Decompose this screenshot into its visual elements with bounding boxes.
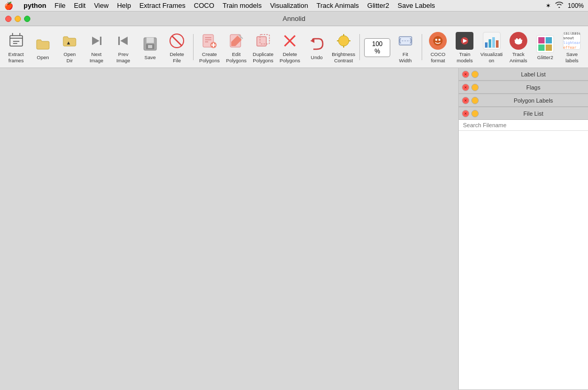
delete-file-button[interactable]: DeleteFile — [164, 29, 190, 65]
toolbar-separator-3 — [422, 34, 422, 60]
prev-image-button[interactable]: PrevImage — [110, 29, 136, 65]
file-list-close[interactable]: × — [462, 110, 469, 117]
delete-file-icon — [167, 31, 186, 50]
label-list-section: × Label List — [459, 68, 588, 81]
polygon-labels-close[interactable]: × — [462, 97, 469, 104]
open-label: Open — [37, 54, 49, 60]
extract-frames-button[interactable]: Extractframes — [3, 29, 29, 65]
save-labels-button[interactable]: tailbase snout lightear effear Savelabel… — [559, 29, 585, 65]
glitter2-label: Glitter2 — [537, 54, 553, 60]
menu-coco[interactable]: COCO — [194, 2, 214, 9]
flags-min[interactable] — [471, 84, 479, 91]
menu-glitter2[interactable]: Glitter2 — [367, 2, 389, 9]
label-list-header: × Label List — [459, 68, 588, 81]
svg-point-39 — [438, 39, 440, 41]
search-filename-input[interactable] — [459, 120, 588, 131]
visualization-label: Visualization — [480, 51, 503, 63]
create-polygons-button[interactable]: CreatePolygons — [197, 29, 222, 65]
delete-polygons-label: DeletePolygons — [280, 51, 300, 63]
edit-polygons-button[interactable]: EditPolygons — [223, 29, 249, 65]
open-button[interactable]: Open — [30, 29, 55, 65]
flags-section: × Flags — [459, 81, 588, 94]
menu-python[interactable]: python — [24, 2, 46, 9]
label-list-close[interactable]: × — [462, 71, 469, 78]
train-models-label: Trainmodels — [457, 51, 473, 63]
svg-rect-53 — [538, 44, 545, 51]
menu-visualization[interactable]: Visualization — [270, 2, 308, 9]
svg-rect-44 — [492, 37, 495, 48]
save-button[interactable]: Save — [137, 29, 163, 65]
menu-extract-frames[interactable]: Extract Frames — [139, 2, 185, 9]
visualization-icon — [482, 31, 501, 50]
menu-track-animals[interactable]: Track Animals — [316, 2, 359, 9]
file-list-title: File List — [482, 110, 585, 117]
track-animals-icon — [509, 31, 528, 50]
file-list-min[interactable] — [471, 110, 479, 117]
svg-rect-43 — [489, 39, 491, 48]
minimize-button[interactable] — [15, 16, 21, 22]
track-animals-button[interactable]: TrackAnimals — [505, 29, 531, 65]
polygon-labels-section: × Polygon Labels — [459, 94, 588, 107]
save-labels-icon: tailbase snout lightear effear — [562, 31, 581, 50]
edit-polygons-label: EditPolygons — [226, 51, 246, 63]
svg-marker-9 — [120, 37, 128, 45]
polygon-labels-header: × Polygon Labels — [459, 94, 588, 107]
svg-rect-0 — [10, 36, 22, 46]
next-image-button[interactable]: NextImage — [84, 29, 109, 65]
flags-title: Flags — [482, 84, 585, 91]
file-list-section: × File List — [459, 107, 588, 390]
undo-button[interactable]: Undo — [304, 29, 330, 65]
menu-edit[interactable]: Edit — [74, 2, 85, 9]
menu-train-models[interactable]: Train models — [223, 2, 262, 9]
glitter2-button[interactable]: Glitter2 — [533, 29, 558, 65]
svg-point-50 — [521, 40, 522, 41]
visualization-button[interactable]: Visualization — [479, 29, 504, 65]
svg-rect-51 — [538, 37, 545, 43]
save-labels-label: Savelabels — [566, 51, 579, 63]
duplicate-polygons-button[interactable]: DuplicatePolygons — [250, 29, 276, 65]
train-models-button[interactable]: Trainmodels — [452, 29, 478, 65]
duplicate-polygons-label: DuplicatePolygons — [253, 51, 274, 63]
svg-rect-52 — [546, 37, 552, 43]
maximize-button[interactable] — [24, 16, 30, 22]
track-animals-label: TrackAnimals — [510, 51, 527, 63]
label-list-controls: × — [462, 71, 479, 78]
delete-polygons-icon — [280, 31, 299, 50]
file-list-header: × File List — [459, 107, 588, 120]
file-list-items — [459, 131, 588, 389]
svg-point-30 — [338, 36, 349, 46]
menu-view[interactable]: View — [94, 2, 109, 9]
delete-file-label: DeleteFile — [169, 51, 184, 63]
zoom-value: 100 % — [364, 38, 390, 57]
wifi-icon — [555, 2, 563, 9]
flags-controls: × — [462, 84, 479, 91]
brightness-contrast-icon — [334, 31, 353, 50]
prev-image-icon — [114, 31, 133, 50]
open-icon — [33, 35, 52, 53]
svg-point-38 — [435, 39, 437, 41]
svg-rect-25 — [257, 37, 266, 46]
flags-header: × Flags — [459, 81, 588, 94]
canvas-area[interactable] — [0, 68, 458, 390]
open-dir-icon: ▲ — [60, 31, 79, 50]
menu-file[interactable]: File — [54, 2, 65, 9]
polygon-labels-min[interactable] — [471, 97, 479, 104]
toolbar-separator-2 — [359, 34, 360, 60]
brightness-contrast-button[interactable]: BrightnessContrast — [331, 29, 356, 65]
coco-format-button[interactable]: COCOformat — [425, 29, 451, 65]
svg-line-16 — [172, 36, 182, 46]
apple-menu[interactable]: 🍎 — [4, 2, 13, 10]
fit-width-label: FitWidth — [399, 51, 412, 63]
menu-help[interactable]: Help — [117, 2, 131, 9]
train-models-icon — [455, 31, 474, 50]
fit-width-button[interactable]: FitWidth — [392, 29, 418, 65]
toolbar: Extractframes Open ▲ OpenDir NextImage — [0, 26, 588, 68]
flags-close[interactable]: × — [462, 84, 469, 91]
label-list-title: Label List — [482, 71, 585, 77]
open-dir-button[interactable]: ▲ OpenDir — [57, 29, 83, 65]
label-list-min[interactable] — [471, 71, 479, 78]
menu-save-labels[interactable]: Save Labels — [398, 2, 435, 9]
delete-polygons-button[interactable]: DeletePolygons — [277, 29, 303, 65]
svg-point-37 — [433, 36, 443, 46]
close-button[interactable] — [5, 16, 12, 22]
